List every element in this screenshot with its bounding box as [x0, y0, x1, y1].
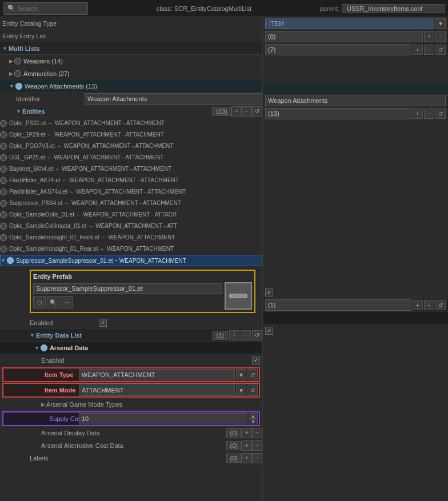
entities-right-value: (13) + − ↺ [263, 107, 448, 120]
weapon-attach-chevron[interactable] [9, 83, 14, 89]
multi-lists-remove-btn[interactable]: − [424, 45, 434, 55]
prefab-link-button[interactable]: ⬡ [33, 296, 46, 308]
entity-data-remove-button[interactable]: − [241, 330, 251, 340]
multi-lists-chevron[interactable] [2, 46, 7, 51]
enabled-checkbox[interactable] [99, 319, 107, 327]
arsenal-enabled-right-checkbox[interactable] [265, 327, 273, 335]
item-type-reset-btn[interactable]: ↺ [247, 369, 258, 380]
list-item[interactable]: Optic_SampleIronsight_01_Front.et ← WEAP… [0, 232, 262, 243]
entity-data-right-add-btn[interactable]: + [413, 300, 423, 310]
weapons-circle-icon [14, 58, 21, 65]
identifier-value: Weapon Attachments [85, 93, 262, 105]
enabled-value-area [97, 319, 262, 327]
prefab-thumbnail [225, 282, 252, 310]
list-item[interactable]: Suppressor_PBS4.et ← WEAPON_ATTACHMENT -… [0, 198, 262, 209]
item-mode-reset-btn[interactable]: ↺ [247, 384, 258, 396]
left-panel: Entity Catalog Type Entity Entry List Mu… [0, 17, 263, 501]
multi-lists-reset-btn[interactable]: ↺ [435, 45, 446, 55]
weapons-chevron[interactable] [9, 58, 13, 64]
supply-cost-down-btn[interactable]: ▼ [249, 419, 258, 424]
list-item[interactable]: Optic_1P29.et ← WEAPON_ATTACHMENT - ATTA… [0, 129, 262, 141]
ammo-row: Ammunition (27) [0, 67, 262, 80]
item-mode-select-wrapper: ATTACHMENT [79, 384, 235, 396]
catalog-type-dropdown-btn[interactable]: ▼ [435, 18, 446, 29]
entities-reset-button[interactable]: ↺ [252, 106, 262, 117]
entity-data-right-reset-btn[interactable]: ↺ [435, 300, 446, 310]
list-item[interactable]: Optic_PS01.et ← WEAPON_ATTACHMENT - ATTA… [0, 118, 262, 129]
item-mode-select[interactable]: ATTACHMENT [79, 384, 235, 396]
entity-prefab-container: Entity Prefab Suppressor_SampleSuppresso… [0, 266, 262, 316]
item-mode-dropdown-btn[interactable]: ▼ [236, 384, 246, 396]
entity-data-list-chevron[interactable] [30, 332, 35, 338]
entity-item-text: Optic_1P29.et ← WEAPON_ATTACHMENT - ATTA… [9, 131, 164, 138]
arsenal-alt-cost-add-btn[interactable]: + [242, 440, 252, 451]
arsenal-display-remove-btn[interactable]: − [252, 428, 262, 438]
list-item[interactable]: Optic_SampleIronsight_01_Rear.et ← WEAPO… [0, 243, 262, 255]
enabled-right-checkbox[interactable] [265, 288, 273, 296]
entities-right-reset-btn[interactable]: ↺ [435, 109, 446, 119]
enabled-right-row [263, 286, 448, 299]
ammo-circle-icon [14, 70, 21, 77]
entity-prefab-content: Suppressor_SampleSuppressor_01.et ⬡ 🔍 ··… [33, 282, 252, 310]
enabled-label: Enabled [30, 319, 97, 326]
entities-right-remove-btn[interactable]: − [424, 109, 434, 119]
entity-item-text: Optic_SampleOptic_01.et ← WEAPON_ATTACHM… [9, 211, 177, 218]
multi-lists-right-value: (7) + − ↺ [263, 43, 448, 56]
entity-item-text: FlashHider_AK74.et ← WEAPON_ATTACHMENT -… [9, 177, 179, 183]
entry-list-add-btn[interactable]: + [424, 31, 434, 42]
ammo-chevron[interactable] [9, 71, 13, 77]
main-container: Entity Catalog Type Entity Entry List Mu… [0, 17, 448, 501]
entities-chevron[interactable] [16, 109, 21, 114]
item-type-select[interactable]: WEAPON_ATTACHMENT [79, 369, 235, 380]
prefab-more-button[interactable]: ··· [61, 296, 73, 308]
prefab-search-button[interactable]: 🔍 [47, 296, 59, 308]
list-item[interactable]: Optic_PGO7V3.et ← WEAPON_ATTACHMENT - AT… [0, 141, 262, 152]
entity-data-reset-button[interactable]: ↺ [252, 330, 262, 340]
right-spacer-weapons [263, 57, 448, 69]
arsenal-display-row: Arsenal Display Data (0) + − [0, 427, 262, 439]
list-item[interactable]: UGL_GP25.et ← WEAPON_ATTACHMENT - ATTACH… [0, 152, 262, 163]
multi-lists-value-row: (7) + − ↺ [263, 43, 448, 57]
supply-cost-input[interactable] [79, 413, 247, 424]
arsenal-enabled-value [250, 356, 262, 364]
entry-list-remove-btn[interactable]: − [435, 31, 446, 42]
entity-item-text: FlashHider_AKS74u.et ← WEAPON_ATTACHMENT… [9, 189, 186, 195]
arsenal-alt-cost-row: Arsenal Alternative Cost Data (0) + − [0, 439, 262, 452]
list-item[interactable]: Optic_SampleCollimator_01.et ← WEAPON_AT… [0, 221, 262, 232]
entity-data-right-row: (1) + − ↺ [263, 299, 448, 312]
arsenal-enabled-checkbox[interactable] [252, 356, 260, 364]
arsenal-alt-cost-count: (0) [226, 441, 242, 450]
arsenal-game-mode-chevron[interactable] [41, 402, 45, 407]
labels-add-btn[interactable]: + [242, 453, 252, 463]
labels-remove-btn[interactable]: − [252, 453, 262, 463]
selected-entity-chevron[interactable] [1, 258, 6, 263]
supply-cost-row: Supply Cost ▲ ▼ [2, 411, 260, 426]
enabled-row: Enabled [0, 316, 262, 329]
right-spacer-prefab [263, 246, 448, 286]
arsenal-data-chevron[interactable] [34, 345, 39, 351]
selected-entity-item[interactable]: Suppressor_SampleSuppressor_01.et ~ WEAP… [0, 255, 262, 266]
identifier-input[interactable] [265, 95, 446, 106]
prefab-action-buttons: ⬡ 🔍 ··· [33, 296, 222, 308]
entity-item-text: Optic_SampleIronsight_01_Front.et ← WEAP… [9, 234, 175, 241]
list-item[interactable]: Optic_SampleOptic_01.et ← WEAPON_ATTACHM… [0, 209, 262, 221]
search-input[interactable] [18, 5, 84, 12]
multi-lists-add-btn[interactable]: + [413, 45, 423, 55]
list-item[interactable]: FlashHider_AK74.et ← WEAPON_ATTACHMENT -… [0, 175, 262, 186]
list-item[interactable]: FlashHider_AKS74u.et ← WEAPON_ATTACHMENT… [0, 186, 262, 198]
entity-data-add-button[interactable]: + [229, 330, 239, 340]
list-item[interactable]: Bayonet_6Kh4.et ← WEAPON_ATTACHMENT - AT… [0, 163, 262, 175]
entities-add-button[interactable]: + [231, 106, 242, 117]
entities-remove-button[interactable]: − [242, 106, 252, 117]
catalog-type-value [97, 23, 262, 24]
arsenal-display-add-btn[interactable]: + [242, 428, 252, 438]
arsenal-alt-cost-remove-btn[interactable]: − [252, 440, 262, 451]
entity-data-list-label: Entity Data List [36, 332, 213, 339]
search-box[interactable]: 🔍 [3, 2, 88, 15]
item-type-dropdown-btn[interactable]: ▼ [236, 369, 246, 380]
entities-right-add-btn[interactable]: + [413, 109, 423, 119]
identifier-label: Identifier [16, 95, 85, 102]
catalog-type-label: Entity Catalog Type [0, 19, 97, 27]
entity-data-right-remove-btn[interactable]: − [424, 300, 434, 310]
supply-cost-up-btn[interactable]: ▲ [249, 413, 258, 419]
